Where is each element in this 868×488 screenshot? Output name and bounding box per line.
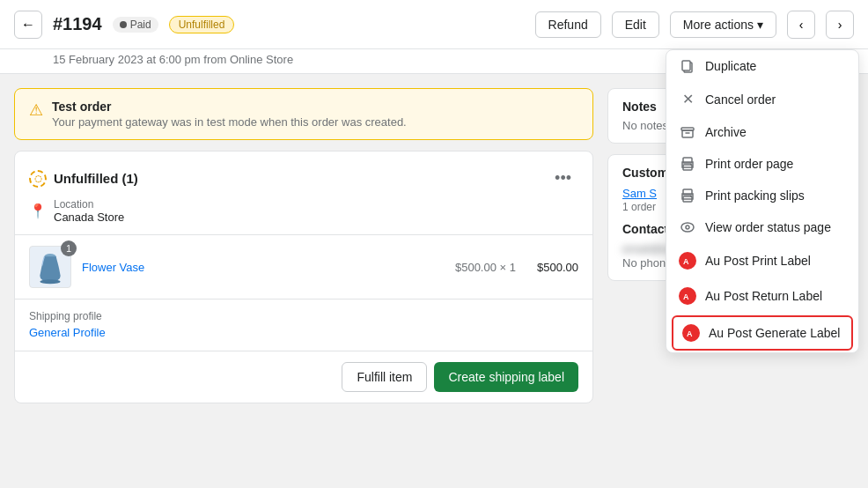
fulfillment-title: ◌ Unfulfilled (1) xyxy=(29,170,138,188)
svg-text:A: A xyxy=(683,257,689,266)
svg-text:A: A xyxy=(683,292,689,301)
menu-item-duplicate[interactable]: Duplicate xyxy=(666,50,858,82)
svg-point-11 xyxy=(681,223,694,232)
menu-item-print-packing[interactable]: Print packing slips xyxy=(666,180,858,211)
location-icon: 📍 xyxy=(29,203,47,219)
more-actions-dropdown: Duplicate ✕ Cancel order Archive Print o… xyxy=(666,49,859,353)
fulfillment-menu-button[interactable]: ••• xyxy=(548,166,578,191)
test-order-banner: ⚠ Test order Your payment gateway was in… xyxy=(14,88,593,140)
menu-item-au-print[interactable]: A Au Post Print Label xyxy=(666,243,858,278)
item-total: $500.00 xyxy=(537,261,578,274)
shipping-profile-row: Shipping profile General Profile xyxy=(15,299,592,351)
item-row: 1 Flower Vase $500.00 × 1 $500.00 xyxy=(15,235,592,299)
au-post-generate-icon: A xyxy=(682,324,700,342)
item-price: $500.00 × 1 xyxy=(455,261,516,274)
location-label: Location xyxy=(54,198,124,211)
menu-item-view-status[interactable]: View order status page xyxy=(666,211,858,243)
cancel-icon: ✕ xyxy=(679,91,696,107)
location-name: Canada Store xyxy=(54,211,124,224)
item-quantity-badge: 1 xyxy=(61,240,77,256)
customer-name-link[interactable]: Sam S xyxy=(622,187,657,200)
prev-order-button[interactable]: ‹ xyxy=(787,11,815,39)
chevron-down-icon: ▾ xyxy=(757,18,763,32)
menu-item-au-generate[interactable]: A Au Post Generate Label xyxy=(672,315,853,351)
page-header: ← #1194 Paid Unfulfilled Refund Edit Mor… xyxy=(0,0,868,49)
svg-point-10 xyxy=(690,196,692,197)
order-id: #1194 xyxy=(53,14,102,34)
left-column: ⚠ Test order Your payment gateway was in… xyxy=(14,88,593,470)
warning-icon: ⚠ xyxy=(29,100,43,120)
menu-item-cancel[interactable]: ✕ Cancel order xyxy=(666,82,858,116)
duplicate-icon xyxy=(679,59,696,73)
shipping-profile-link[interactable]: General Profile xyxy=(29,326,106,339)
next-order-button[interactable]: › xyxy=(826,11,854,39)
card-footer: Fulfill item Create shipping label xyxy=(15,351,592,403)
shipping-profile-label: Shipping profile xyxy=(29,310,578,322)
print-packing-icon xyxy=(679,189,696,203)
more-actions-button[interactable]: More actions ▾ xyxy=(670,11,776,38)
svg-point-1 xyxy=(40,279,60,284)
location-row: 📍 Location Canada Store xyxy=(15,198,592,235)
svg-point-12 xyxy=(686,226,689,229)
menu-item-print-order[interactable]: Print order page xyxy=(666,148,858,180)
eye-icon xyxy=(679,220,696,234)
svg-point-7 xyxy=(690,164,692,166)
unfulfilled-badge: Unfulfilled xyxy=(169,16,235,33)
menu-item-archive[interactable]: Archive xyxy=(666,116,858,148)
unfulfilled-icon: ◌ xyxy=(29,170,47,188)
paid-badge: Paid xyxy=(113,17,158,33)
fulfillment-card: ◌ Unfulfilled (1) ••• 📍 Location Canada … xyxy=(14,151,593,403)
create-shipping-label-button[interactable]: Create shipping label xyxy=(434,362,578,392)
svg-text:A: A xyxy=(687,329,693,338)
au-post-return-icon: A xyxy=(679,287,696,305)
back-button[interactable]: ← xyxy=(14,11,42,39)
fulfill-item-button[interactable]: Fulfill item xyxy=(342,362,427,392)
au-post-print-icon: A xyxy=(679,252,696,270)
archive-icon xyxy=(679,125,696,139)
edit-button[interactable]: Edit xyxy=(612,11,659,38)
svg-rect-3 xyxy=(682,61,690,70)
item-name-link[interactable]: Flower Vase xyxy=(82,261,144,274)
print-icon xyxy=(679,157,696,171)
refund-button[interactable]: Refund xyxy=(535,11,601,38)
menu-item-au-return[interactable]: A Au Post Return Label xyxy=(666,278,858,314)
warning-title: Test order xyxy=(52,100,407,114)
warning-text: Your payment gateway was in test mode wh… xyxy=(52,115,407,129)
